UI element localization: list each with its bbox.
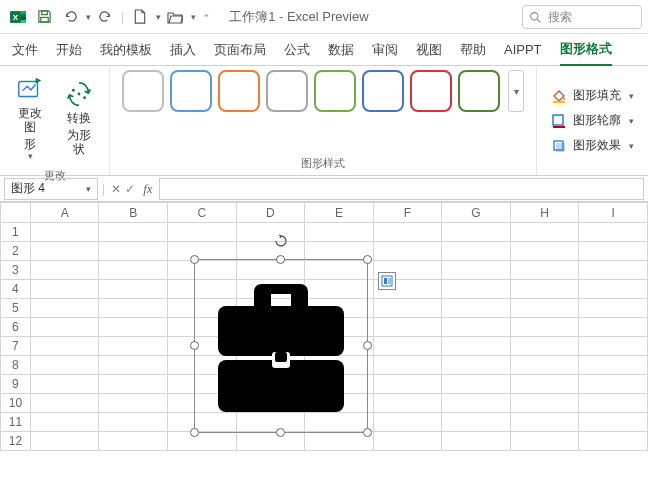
cell[interactable] [99,337,168,356]
tab-0[interactable]: 文件 [12,35,38,65]
style-swatch-5[interactable] [362,70,404,112]
col-header[interactable]: D [236,203,305,223]
cell[interactable] [579,318,648,337]
cell[interactable] [168,432,237,451]
gallery-expand-button[interactable]: ▾ [508,70,524,112]
row-header[interactable]: 1 [1,223,31,242]
cell[interactable] [579,375,648,394]
cell[interactable] [442,394,511,413]
cell[interactable] [30,223,99,242]
cell[interactable] [510,261,579,280]
cell[interactable] [373,318,442,337]
cell[interactable] [442,337,511,356]
select-all-corner[interactable] [1,203,31,223]
cell[interactable] [30,413,99,432]
col-header[interactable]: F [373,203,442,223]
tab-1[interactable]: 开始 [56,35,82,65]
cell[interactable] [236,432,305,451]
style-swatch-6[interactable] [410,70,452,112]
cell[interactable] [510,356,579,375]
cell[interactable] [510,242,579,261]
row-header[interactable]: 3 [1,261,31,280]
undo-button[interactable] [58,5,82,29]
redo-button[interactable] [93,5,117,29]
cell[interactable] [30,432,99,451]
cell[interactable] [510,318,579,337]
cell[interactable] [30,280,99,299]
cell[interactable] [579,261,648,280]
cell[interactable] [30,394,99,413]
row-header[interactable]: 4 [1,280,31,299]
cell[interactable] [373,356,442,375]
cell[interactable] [30,299,99,318]
tab-9[interactable]: 帮助 [460,35,486,65]
cell[interactable] [510,432,579,451]
cell[interactable] [30,261,99,280]
cell[interactable] [442,375,511,394]
cell[interactable] [510,375,579,394]
row-header[interactable]: 2 [1,242,31,261]
new-file-icon[interactable] [128,5,152,29]
formula-bar[interactable] [159,178,644,200]
row-header[interactable]: 11 [1,413,31,432]
cell[interactable] [373,413,442,432]
tab-11[interactable]: 图形格式 [560,34,612,66]
cell[interactable] [510,223,579,242]
qat-customize[interactable]: ⁼ [204,12,209,22]
cell[interactable] [373,394,442,413]
cell[interactable] [30,318,99,337]
cell[interactable] [99,413,168,432]
cell[interactable] [442,299,511,318]
cell[interactable] [373,432,442,451]
save-icon[interactable] [32,5,56,29]
change-shape-button[interactable]: 更改图 形 ▾ [8,70,52,166]
cell[interactable] [305,432,374,451]
cell[interactable] [305,223,374,242]
cell[interactable] [442,280,511,299]
cell[interactable] [442,356,511,375]
cell[interactable] [510,413,579,432]
cell[interactable] [579,356,648,375]
cell[interactable] [579,413,648,432]
row-header[interactable]: 8 [1,356,31,375]
cell[interactable] [30,356,99,375]
cell[interactable] [236,242,305,261]
enter-formula-icon[interactable]: ✓ [125,182,135,196]
convert-to-shape-button[interactable]: 转换 为形状 [58,70,102,166]
cell[interactable] [579,242,648,261]
cell[interactable] [579,280,648,299]
col-header[interactable]: H [510,203,579,223]
cell[interactable] [579,432,648,451]
cell[interactable] [373,223,442,242]
cell[interactable] [579,223,648,242]
cell[interactable] [510,337,579,356]
cell[interactable] [373,337,442,356]
cell[interactable] [510,394,579,413]
cell[interactable] [442,318,511,337]
new-dropdown[interactable]: ▾ [156,12,161,22]
cell[interactable] [99,318,168,337]
layout-options-button[interactable] [378,272,396,290]
cell[interactable] [99,223,168,242]
shape-outline-button[interactable]: 图形轮廓▾ [545,109,640,132]
cell[interactable] [442,413,511,432]
cell[interactable] [579,337,648,356]
style-swatch-1[interactable] [170,70,212,112]
cell[interactable] [99,432,168,451]
cell[interactable] [373,375,442,394]
cell[interactable] [510,280,579,299]
tab-3[interactable]: 插入 [170,35,196,65]
cell[interactable] [442,261,511,280]
fx-icon[interactable]: fx [143,181,152,197]
tab-5[interactable]: 公式 [284,35,310,65]
style-swatch-7[interactable] [458,70,500,112]
col-header[interactable]: G [442,203,511,223]
cell[interactable] [168,242,237,261]
tab-2[interactable]: 我的模板 [100,35,152,65]
cell[interactable] [168,223,237,242]
style-swatch-3[interactable] [266,70,308,112]
cell[interactable] [99,299,168,318]
cell[interactable] [579,394,648,413]
cell[interactable] [30,375,99,394]
briefcase-shape[interactable] [214,274,348,418]
